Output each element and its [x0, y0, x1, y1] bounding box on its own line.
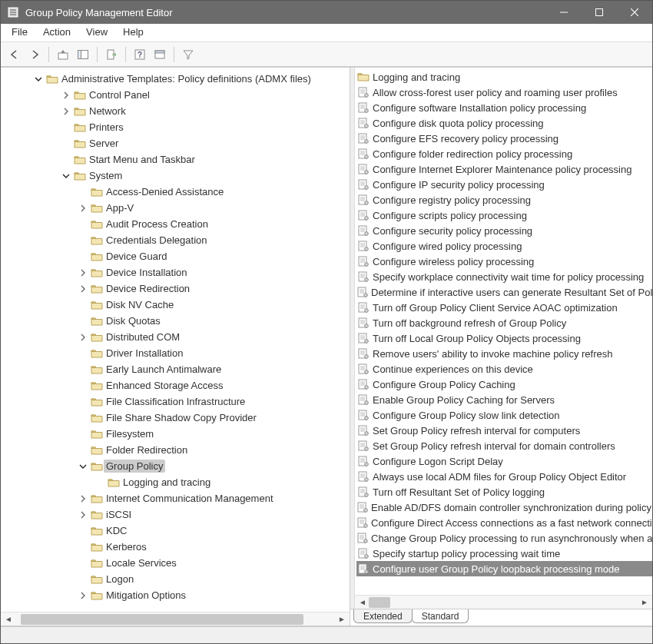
tree-node[interactable]: Audit Process Creation	[4, 216, 350, 232]
list-setting[interactable]: Configure folder redirection policy proc…	[356, 146, 652, 161]
chevron-right-icon[interactable]	[79, 511, 90, 519]
scroll-right-icon[interactable]: ►	[638, 598, 651, 606]
tree-node[interactable]: Logon	[4, 571, 350, 587]
tree-node[interactable]: Administrative Templates: Policy definit…	[4, 71, 350, 87]
list-setting[interactable]: Configure Direct Access connections as a…	[356, 515, 652, 530]
chevron-right-icon[interactable]	[79, 204, 90, 212]
list-setting[interactable]: Continue experiences on this device	[356, 361, 652, 377]
list-setting[interactable]: Turn off Group Policy Client Service AOA…	[356, 300, 652, 315]
list-setting[interactable]: Configure registry policy processing	[356, 192, 652, 207]
filter-button[interactable]	[179, 45, 197, 64]
help-button[interactable]: ?	[131, 45, 149, 64]
chevron-right-icon[interactable]	[79, 285, 90, 293]
list-setting[interactable]: Specify startup policy processing wait t…	[356, 546, 652, 561]
list-setting[interactable]: Remove users' ability to invoke machine …	[356, 346, 652, 361]
close-button[interactable]	[617, 1, 652, 24]
tree-node[interactable]: Access-Denied Assistance	[4, 184, 350, 200]
chevron-down-icon[interactable]	[62, 172, 73, 180]
list-setting[interactable]: Configure Internet Explorer Maintenance …	[356, 161, 652, 177]
tree-node[interactable]: Folder Redirection	[4, 442, 350, 458]
tab-standard[interactable]: Standard	[412, 609, 469, 623]
tree-node[interactable]: Distributed COM	[4, 329, 350, 345]
list-setting[interactable]: Turn off Resultant Set of Policy logging	[356, 484, 652, 500]
list-setting[interactable]: Always use local ADM files for Group Pol…	[356, 469, 652, 484]
list-setting[interactable]: Set Group Policy refresh interval for do…	[356, 438, 652, 453]
list-setting[interactable]: Configure scripts policy processing	[356, 207, 652, 223]
properties-button[interactable]	[151, 45, 169, 64]
chevron-right-icon[interactable]	[79, 495, 90, 503]
list-setting[interactable]: Configure Group Policy slow link detecti…	[356, 407, 652, 423]
tree-node[interactable]: iSCSI	[4, 506, 350, 523]
tree-node[interactable]: Internet Communication Management	[4, 490, 350, 506]
tree-view[interactable]: Administrative Templates: Policy definit…	[1, 68, 350, 612]
chevron-right-icon[interactable]	[79, 334, 90, 341]
forward-button[interactable]	[25, 45, 44, 64]
list-setting[interactable]: Turn off Local Group Policy Objects proc…	[356, 330, 652, 346]
chevron-down-icon[interactable]	[35, 75, 45, 83]
chevron-right-icon[interactable]	[79, 592, 90, 599]
tree-node[interactable]: Credentials Delegation	[4, 232, 350, 248]
tree-node[interactable]: KDC	[4, 523, 350, 539]
tree-horizontal-scrollbar[interactable]: ◄ ►	[1, 612, 350, 626]
chevron-right-icon[interactable]	[62, 91, 73, 99]
menu-help[interactable]: Help	[115, 24, 151, 41]
list-setting[interactable]: Configure disk quota policy processing	[356, 115, 652, 131]
tree-node[interactable]: App-V	[4, 200, 350, 216]
list-setting[interactable]: Turn off background refresh of Group Pol…	[356, 315, 652, 330]
list-setting[interactable]: Enable Group Policy Caching for Servers	[356, 392, 652, 407]
tree-node[interactable]: Network	[4, 103, 350, 119]
list-setting[interactable]: Determine if interactive users can gener…	[356, 284, 652, 300]
titlebar[interactable]: Group Policy Management Editor	[1, 1, 652, 24]
tree-node[interactable]: Logging and tracing	[4, 474, 350, 490]
list-setting[interactable]: Configure wired policy processing	[356, 238, 652, 254]
list-setting[interactable]: Configure wireless policy processing	[356, 254, 652, 269]
list-horizontal-scrollbar[interactable]: ◄ ►	[355, 595, 652, 609]
list-setting[interactable]: Specify workplace connectivity wait time…	[356, 269, 652, 284]
list-setting[interactable]: Enable AD/DFS domain controller synchron…	[356, 500, 652, 515]
maximize-button[interactable]	[582, 1, 617, 24]
tree-node[interactable]: Start Menu and Taskbar	[4, 151, 350, 168]
menu-file[interactable]: File	[4, 24, 35, 41]
list-setting[interactable]: Configure Logon Script Delay	[356, 453, 652, 469]
tab-extended[interactable]: Extended	[353, 609, 413, 623]
list-setting[interactable]: Configure Group Policy Caching	[356, 377, 652, 392]
tree-node[interactable]: Group Policy	[4, 458, 350, 474]
tree-node[interactable]: Enhanced Storage Access	[4, 377, 350, 393]
list-setting[interactable]: Set Group Policy refresh interval for co…	[356, 423, 652, 438]
list-setting[interactable]: Allow cross-forest user policy and roami…	[356, 85, 652, 100]
tree-node[interactable]: Disk NV Cache	[4, 297, 350, 313]
tree-node[interactable]: Driver Installation	[4, 345, 350, 361]
export-list-button[interactable]	[102, 45, 121, 64]
list-setting[interactable]: Configure software Installation policy p…	[356, 100, 652, 115]
tree-node[interactable]: Control Panel	[4, 87, 350, 103]
menu-action[interactable]: Action	[35, 24, 78, 41]
tree-node[interactable]: System	[4, 168, 350, 184]
tree-node[interactable]: Device Guard	[4, 248, 350, 264]
scroll-left-icon[interactable]: ◄	[2, 615, 15, 623]
scroll-left-icon[interactable]: ◄	[356, 598, 369, 606]
tree-node[interactable]: Early Launch Antimalware	[4, 361, 350, 377]
tree-node[interactable]: Kerberos	[4, 539, 350, 555]
settings-list[interactable]: Logging and tracingAllow cross-forest us…	[355, 68, 652, 595]
list-setting[interactable]: Change Group Policy processing to run as…	[356, 530, 652, 546]
up-button[interactable]	[54, 45, 72, 64]
list-setting[interactable]: Configure IP security policy processing	[356, 177, 652, 192]
tree-node[interactable]: File Share Shadow Copy Provider	[4, 410, 350, 426]
scroll-right-icon[interactable]: ►	[336, 615, 348, 623]
menu-view[interactable]: View	[78, 24, 115, 41]
tree-node[interactable]: Printers	[4, 119, 350, 135]
tree-node[interactable]: Disk Quotas	[4, 313, 350, 329]
minimize-button[interactable]	[546, 1, 582, 24]
tree-node[interactable]: Server	[4, 135, 350, 151]
list-folder[interactable]: Logging and tracing	[356, 69, 652, 85]
tree-node[interactable]: Device Installation	[4, 264, 350, 281]
chevron-right-icon[interactable]	[79, 269, 90, 277]
chevron-right-icon[interactable]	[62, 108, 73, 115]
chevron-down-icon[interactable]	[79, 463, 90, 470]
list-setting[interactable]: Configure security policy processing	[356, 223, 652, 238]
tree-node[interactable]: Locale Services	[4, 555, 350, 571]
back-button[interactable]	[5, 45, 24, 64]
list-setting[interactable]: Configure user Group Policy loopback pro…	[356, 561, 652, 576]
show-hide-tree-button[interactable]	[74, 45, 92, 64]
tree-node[interactable]: File Classification Infrastructure	[4, 393, 350, 410]
